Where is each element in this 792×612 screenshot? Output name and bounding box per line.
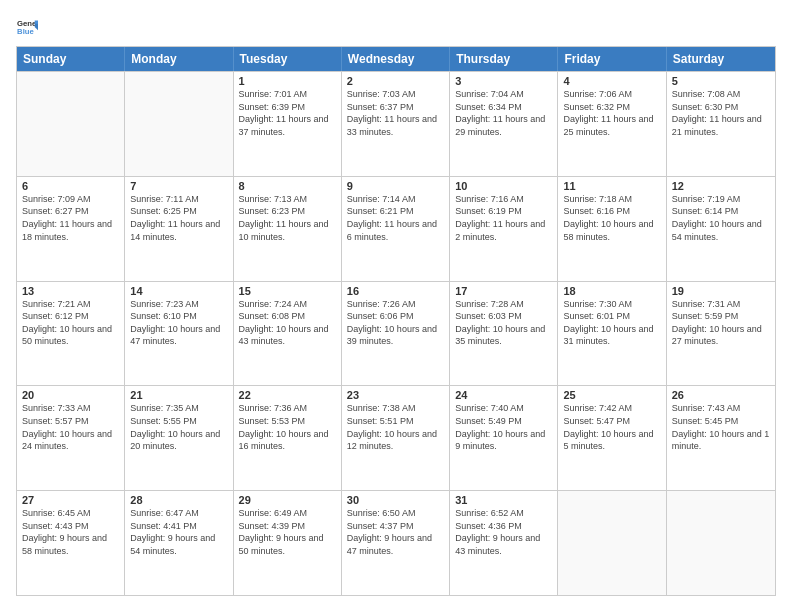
- calendar-cell: 19Sunrise: 7:31 AM Sunset: 5:59 PM Dayli…: [667, 282, 775, 386]
- day-number: 19: [672, 285, 770, 297]
- calendar-cell: 17Sunrise: 7:28 AM Sunset: 6:03 PM Dayli…: [450, 282, 558, 386]
- calendar-cell: 29Sunrise: 6:49 AM Sunset: 4:39 PM Dayli…: [234, 491, 342, 595]
- calendar-cell: 3Sunrise: 7:04 AM Sunset: 6:34 PM Daylig…: [450, 72, 558, 176]
- logo: General Blue: [16, 16, 38, 38]
- calendar-cell: 28Sunrise: 6:47 AM Sunset: 4:41 PM Dayli…: [125, 491, 233, 595]
- day-number: 17: [455, 285, 552, 297]
- calendar-cell: 5Sunrise: 7:08 AM Sunset: 6:30 PM Daylig…: [667, 72, 775, 176]
- header-day-wednesday: Wednesday: [342, 47, 450, 71]
- day-number: 21: [130, 389, 227, 401]
- day-info: Sunrise: 7:31 AM Sunset: 5:59 PM Dayligh…: [672, 298, 770, 348]
- calendar-row-5: 27Sunrise: 6:45 AM Sunset: 4:43 PM Dayli…: [17, 490, 775, 595]
- day-info: Sunrise: 6:47 AM Sunset: 4:41 PM Dayligh…: [130, 507, 227, 557]
- header-day-saturday: Saturday: [667, 47, 775, 71]
- calendar-cell: 27Sunrise: 6:45 AM Sunset: 4:43 PM Dayli…: [17, 491, 125, 595]
- day-info: Sunrise: 7:30 AM Sunset: 6:01 PM Dayligh…: [563, 298, 660, 348]
- day-info: Sunrise: 7:04 AM Sunset: 6:34 PM Dayligh…: [455, 88, 552, 138]
- calendar-cell: [667, 491, 775, 595]
- day-number: 20: [22, 389, 119, 401]
- day-info: Sunrise: 7:40 AM Sunset: 5:49 PM Dayligh…: [455, 402, 552, 452]
- day-number: 2: [347, 75, 444, 87]
- day-number: 1: [239, 75, 336, 87]
- day-number: 15: [239, 285, 336, 297]
- day-number: 9: [347, 180, 444, 192]
- header-day-monday: Monday: [125, 47, 233, 71]
- day-number: 31: [455, 494, 552, 506]
- calendar-cell: 23Sunrise: 7:38 AM Sunset: 5:51 PM Dayli…: [342, 386, 450, 490]
- calendar-header: SundayMondayTuesdayWednesdayThursdayFrid…: [17, 47, 775, 71]
- day-info: Sunrise: 7:33 AM Sunset: 5:57 PM Dayligh…: [22, 402, 119, 452]
- day-number: 16: [347, 285, 444, 297]
- calendar-cell: 18Sunrise: 7:30 AM Sunset: 6:01 PM Dayli…: [558, 282, 666, 386]
- svg-text:Blue: Blue: [17, 27, 34, 36]
- calendar: SundayMondayTuesdayWednesdayThursdayFrid…: [16, 46, 776, 596]
- calendar-cell: [17, 72, 125, 176]
- day-number: 6: [22, 180, 119, 192]
- day-info: Sunrise: 7:08 AM Sunset: 6:30 PM Dayligh…: [672, 88, 770, 138]
- calendar-cell: 2Sunrise: 7:03 AM Sunset: 6:37 PM Daylig…: [342, 72, 450, 176]
- calendar-cell: 6Sunrise: 7:09 AM Sunset: 6:27 PM Daylig…: [17, 177, 125, 281]
- calendar-cell: 11Sunrise: 7:18 AM Sunset: 6:16 PM Dayli…: [558, 177, 666, 281]
- calendar-cell: 21Sunrise: 7:35 AM Sunset: 5:55 PM Dayli…: [125, 386, 233, 490]
- day-info: Sunrise: 6:50 AM Sunset: 4:37 PM Dayligh…: [347, 507, 444, 557]
- calendar-cell: 24Sunrise: 7:40 AM Sunset: 5:49 PM Dayli…: [450, 386, 558, 490]
- calendar-cell: [125, 72, 233, 176]
- day-number: 28: [130, 494, 227, 506]
- calendar-cell: 4Sunrise: 7:06 AM Sunset: 6:32 PM Daylig…: [558, 72, 666, 176]
- day-number: 5: [672, 75, 770, 87]
- day-info: Sunrise: 7:24 AM Sunset: 6:08 PM Dayligh…: [239, 298, 336, 348]
- day-number: 7: [130, 180, 227, 192]
- day-info: Sunrise: 7:19 AM Sunset: 6:14 PM Dayligh…: [672, 193, 770, 243]
- day-number: 12: [672, 180, 770, 192]
- calendar-cell: 31Sunrise: 6:52 AM Sunset: 4:36 PM Dayli…: [450, 491, 558, 595]
- logo-icon: General Blue: [16, 16, 38, 38]
- calendar-row-1: 1Sunrise: 7:01 AM Sunset: 6:39 PM Daylig…: [17, 71, 775, 176]
- calendar-cell: 30Sunrise: 6:50 AM Sunset: 4:37 PM Dayli…: [342, 491, 450, 595]
- day-number: 8: [239, 180, 336, 192]
- calendar-cell: 7Sunrise: 7:11 AM Sunset: 6:25 PM Daylig…: [125, 177, 233, 281]
- calendar-row-3: 13Sunrise: 7:21 AM Sunset: 6:12 PM Dayli…: [17, 281, 775, 386]
- calendar-cell: 8Sunrise: 7:13 AM Sunset: 6:23 PM Daylig…: [234, 177, 342, 281]
- day-info: Sunrise: 7:36 AM Sunset: 5:53 PM Dayligh…: [239, 402, 336, 452]
- header-day-friday: Friday: [558, 47, 666, 71]
- day-number: 10: [455, 180, 552, 192]
- calendar-row-2: 6Sunrise: 7:09 AM Sunset: 6:27 PM Daylig…: [17, 176, 775, 281]
- day-info: Sunrise: 7:28 AM Sunset: 6:03 PM Dayligh…: [455, 298, 552, 348]
- header-day-thursday: Thursday: [450, 47, 558, 71]
- calendar-cell: 1Sunrise: 7:01 AM Sunset: 6:39 PM Daylig…: [234, 72, 342, 176]
- day-info: Sunrise: 7:14 AM Sunset: 6:21 PM Dayligh…: [347, 193, 444, 243]
- calendar-row-4: 20Sunrise: 7:33 AM Sunset: 5:57 PM Dayli…: [17, 385, 775, 490]
- header-day-sunday: Sunday: [17, 47, 125, 71]
- day-info: Sunrise: 7:13 AM Sunset: 6:23 PM Dayligh…: [239, 193, 336, 243]
- calendar-cell: 12Sunrise: 7:19 AM Sunset: 6:14 PM Dayli…: [667, 177, 775, 281]
- calendar-body: 1Sunrise: 7:01 AM Sunset: 6:39 PM Daylig…: [17, 71, 775, 595]
- day-number: 30: [347, 494, 444, 506]
- svg-marker-3: [35, 24, 38, 31]
- header-day-tuesday: Tuesday: [234, 47, 342, 71]
- day-number: 14: [130, 285, 227, 297]
- day-info: Sunrise: 7:01 AM Sunset: 6:39 PM Dayligh…: [239, 88, 336, 138]
- calendar-cell: 13Sunrise: 7:21 AM Sunset: 6:12 PM Dayli…: [17, 282, 125, 386]
- day-info: Sunrise: 7:06 AM Sunset: 6:32 PM Dayligh…: [563, 88, 660, 138]
- calendar-cell: 25Sunrise: 7:42 AM Sunset: 5:47 PM Dayli…: [558, 386, 666, 490]
- day-info: Sunrise: 7:18 AM Sunset: 6:16 PM Dayligh…: [563, 193, 660, 243]
- calendar-cell: 26Sunrise: 7:43 AM Sunset: 5:45 PM Dayli…: [667, 386, 775, 490]
- day-info: Sunrise: 7:42 AM Sunset: 5:47 PM Dayligh…: [563, 402, 660, 452]
- day-number: 22: [239, 389, 336, 401]
- calendar-cell: 14Sunrise: 7:23 AM Sunset: 6:10 PM Dayli…: [125, 282, 233, 386]
- page-header: General Blue: [16, 16, 776, 38]
- day-info: Sunrise: 7:23 AM Sunset: 6:10 PM Dayligh…: [130, 298, 227, 348]
- day-info: Sunrise: 7:26 AM Sunset: 6:06 PM Dayligh…: [347, 298, 444, 348]
- calendar-cell: 20Sunrise: 7:33 AM Sunset: 5:57 PM Dayli…: [17, 386, 125, 490]
- calendar-cell: 22Sunrise: 7:36 AM Sunset: 5:53 PM Dayli…: [234, 386, 342, 490]
- day-number: 26: [672, 389, 770, 401]
- day-number: 4: [563, 75, 660, 87]
- day-number: 24: [455, 389, 552, 401]
- day-number: 23: [347, 389, 444, 401]
- calendar-cell: 10Sunrise: 7:16 AM Sunset: 6:19 PM Dayli…: [450, 177, 558, 281]
- day-info: Sunrise: 6:45 AM Sunset: 4:43 PM Dayligh…: [22, 507, 119, 557]
- day-number: 18: [563, 285, 660, 297]
- calendar-cell: 15Sunrise: 7:24 AM Sunset: 6:08 PM Dayli…: [234, 282, 342, 386]
- day-number: 13: [22, 285, 119, 297]
- calendar-cell: [558, 491, 666, 595]
